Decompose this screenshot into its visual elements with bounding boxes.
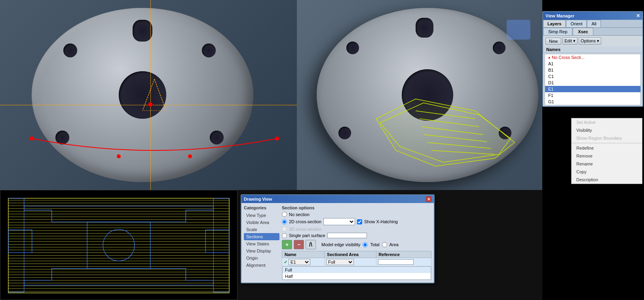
show-xhatching-checkbox[interactable]	[357, 219, 362, 224]
edge-area-label: Area	[389, 242, 399, 247]
dropdown-full[interactable]: Full	[283, 267, 431, 273]
radio-single-part-input[interactable]	[282, 233, 287, 238]
edit-button[interactable]: Edit ▾	[562, 37, 578, 45]
radio-2d-cross[interactable]: 2D cross-section Show X-Hatching	[282, 218, 431, 225]
tab-layers[interactable]: Layers	[543, 20, 566, 27]
vm-tabs-row2: Simp Rep Xsec	[543, 28, 642, 36]
edge-visibility-label: Model edge visibility	[321, 242, 360, 247]
svg-point-2	[188, 154, 192, 158]
row-e1-name-select[interactable]: E1	[289, 259, 310, 265]
table-buttons-row: + − /\ Model edge visibility Total Area	[282, 240, 431, 249]
ctx-separator-1	[572, 143, 642, 143]
ctx-show-region: Show Region Boundary	[572, 134, 642, 142]
list-item-c1[interactable]: C1	[545, 73, 640, 80]
area-dropdown[interactable]: Full Half	[282, 266, 431, 280]
col-sectioned-area: Sectioned Area	[325, 251, 376, 258]
radio-single-part[interactable]: Single part surface	[282, 233, 431, 238]
tab-xsec[interactable]: Xsec	[573, 28, 593, 35]
svg-rect-10	[8, 198, 229, 293]
edge-area-radio[interactable]	[382, 242, 387, 247]
tab-simp-rep[interactable]: Simp Rep	[543, 28, 572, 35]
section-options-panel: Section options No section 2D cross-sect…	[282, 205, 431, 280]
viewport-left[interactable]	[0, 0, 297, 190]
ctx-rename[interactable]: Rename	[572, 160, 642, 168]
view-manager-panel: View Manager ✕ Layers Orient All Simp Re…	[542, 11, 643, 107]
edit-row-button[interactable]: /\	[306, 240, 316, 249]
cat-view-states[interactable]: View States	[244, 240, 279, 247]
list-item-d1[interactable]: D1	[545, 80, 640, 86]
names-header: Names	[543, 46, 642, 53]
svg-point-51	[103, 230, 135, 261]
cat-origin[interactable]: Origin	[244, 254, 279, 262]
list-item-f1[interactable]: F1	[545, 92, 640, 99]
show-xhatching-label: Show X-Hatching	[364, 219, 398, 224]
viewport-right[interactable]	[297, 0, 542, 190]
radio-2d-input[interactable]	[282, 219, 287, 224]
svg-point-3	[275, 137, 279, 141]
vm-names-list[interactable]: ♦ No Cross Secti... A1 B1 C1 D1 E1 F1 G1	[545, 54, 641, 105]
hole-tr-3d	[493, 42, 505, 54]
context-menu: Set Active Visibility Show Region Bounda…	[571, 118, 642, 184]
section-curve	[20, 131, 289, 162]
radio-3d-cross[interactable]: 3D cross-section	[282, 226, 431, 232]
single-part-field[interactable]	[327, 233, 367, 238]
radio-single-part-label: Single part surface	[289, 233, 325, 238]
row-e1-name: ✓ E1	[282, 258, 325, 266]
ctx-visibility[interactable]: Visibility	[572, 126, 642, 134]
list-item-a1[interactable]: A1	[545, 61, 640, 67]
row-e1-sectioned-area[interactable]: Full Half	[325, 258, 376, 266]
edge-total-label: Total	[370, 242, 379, 247]
edge-total-radio[interactable]	[363, 242, 368, 247]
ctx-description[interactable]: Description	[572, 176, 642, 184]
row-e1-reference[interactable]	[376, 258, 431, 266]
edge-visibility-group: Model edge visibility Total Area	[321, 242, 399, 247]
categories-panel: Categories View Type Visible Area Scale …	[244, 205, 279, 280]
hole-tl	[63, 44, 77, 57]
cat-sections[interactable]: Sections	[244, 233, 279, 240]
new-button[interactable]: New	[545, 38, 561, 45]
cat-scale[interactable]: Scale	[244, 226, 279, 233]
cat-view-display[interactable]: View Display	[244, 247, 279, 254]
view-manager-title: View Manager	[545, 13, 574, 18]
top-feature	[133, 20, 152, 42]
ctx-redefine[interactable]: Redefine	[572, 144, 642, 152]
cross-section-lines	[336, 79, 534, 178]
svg-point-1	[117, 154, 121, 158]
options-button[interactable]: Options ▾	[579, 37, 601, 45]
tab-all[interactable]: All	[587, 20, 600, 27]
ctx-remove[interactable]: Remove	[572, 152, 642, 160]
hole-tr	[202, 44, 216, 57]
add-row-button[interactable]: +	[282, 240, 292, 249]
radio-no-section-label: No section	[289, 212, 310, 217]
ctx-copy[interactable]: Copy	[572, 168, 642, 176]
list-item-b1[interactable]: B1	[545, 67, 640, 73]
viewport-bottom-cad[interactable]	[0, 190, 237, 300]
cat-visible-area[interactable]: Visible Area	[244, 219, 279, 226]
tab-orient[interactable]: Orient	[566, 20, 587, 27]
table-row-e1[interactable]: ✓ E1 Full Half	[282, 258, 431, 266]
drawing-view-titlebar: Drawing View ✕	[241, 195, 434, 203]
cat-alignment[interactable]: Alignment	[244, 262, 279, 269]
radio-no-section[interactable]: No section	[282, 212, 431, 217]
reference-field[interactable]	[378, 259, 414, 265]
categories-label: Categories	[244, 205, 279, 210]
remove-row-button[interactable]: −	[294, 240, 304, 249]
section-options-label: Section options	[282, 205, 431, 210]
list-item-no-cross[interactable]: ♦ No Cross Secti...	[545, 54, 640, 61]
list-item-g1[interactable]: G1	[545, 99, 640, 105]
drawing-view-close-button[interactable]: ✕	[426, 196, 431, 202]
drawing-view-dialog: Drawing View ✕ Categories View Type Visi…	[241, 194, 435, 283]
highlight-feature	[507, 20, 530, 40]
svg-rect-11	[24, 206, 213, 285]
view-manager-close-button[interactable]: ✕	[636, 13, 640, 19]
cross-section-select[interactable]	[323, 218, 355, 225]
list-item-e1[interactable]: E1	[545, 86, 640, 92]
sections-table: Name Sectioned Area Reference ✓ E1	[282, 251, 431, 280]
cat-view-type[interactable]: View Type	[244, 212, 279, 219]
radio-3d-label: 3D cross-section	[289, 227, 321, 232]
radio-no-section-input[interactable]	[282, 212, 287, 217]
sectioned-area-select[interactable]: Full Half	[326, 259, 354, 265]
radio-3d-input[interactable]	[282, 226, 287, 232]
dropdown-half[interactable]: Half	[283, 273, 431, 279]
diamond-icon: ♦	[548, 55, 550, 60]
